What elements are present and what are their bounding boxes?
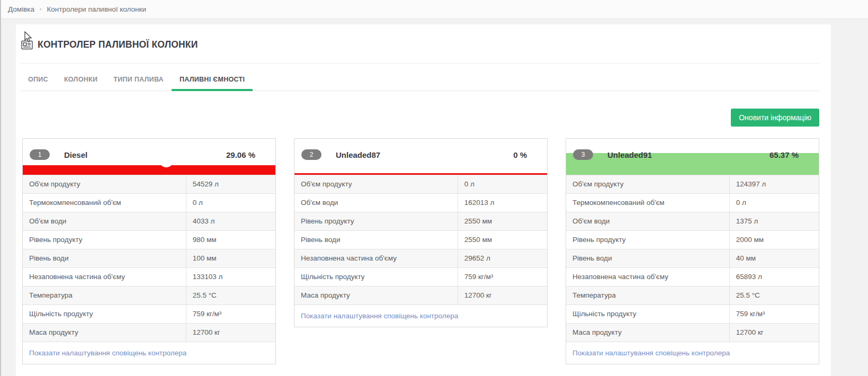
tank-percent: 29.06 % bbox=[226, 150, 255, 159]
tab-fuel-types[interactable]: ТИПИ ПАЛИВА bbox=[105, 69, 172, 91]
tank-number-badge: 3 bbox=[573, 149, 593, 160]
tab-bar: ОПИСКОЛОНКИТИПИ ПАЛИВАПАЛИВНІ ЄМНОСТІ bbox=[20, 69, 819, 91]
row-value: 2550 мм bbox=[458, 212, 547, 230]
tank-name: Unleaded91 bbox=[607, 150, 652, 159]
table-row: Незаповнена частина об'єму 133103 л bbox=[23, 267, 275, 286]
row-label: Маса продукту bbox=[566, 324, 729, 342]
table-row: Щільність продукту 759 кг/м³ bbox=[23, 305, 275, 323]
row-label: Об'єм продукту bbox=[23, 175, 186, 193]
tank-header: 1 Diesel 29.06 % bbox=[23, 139, 275, 175]
tank-header: 3 Unleaded91 65.37 % bbox=[566, 139, 819, 175]
refresh-button[interactable]: Оновити інформацію bbox=[731, 109, 819, 127]
row-value: 100 мм bbox=[186, 249, 275, 267]
show-notifications-link[interactable]: Показати налаштування сповіщень контроле… bbox=[572, 349, 730, 357]
row-label: Об'єм води bbox=[294, 194, 458, 212]
row-label: Щільність продукту bbox=[566, 305, 729, 323]
tank-properties: Об'єм продукту 54529 л Термокомпенсовани… bbox=[23, 175, 275, 342]
tank-name: Diesel bbox=[64, 150, 87, 159]
row-value: 980 мм bbox=[186, 231, 275, 249]
tab-label: КОЛОНКИ bbox=[64, 76, 97, 83]
table-row: Об'єм продукту 0 л bbox=[294, 175, 547, 193]
table-row: Маса продукту 12700 кг bbox=[294, 286, 547, 305]
row-value: 759 кг/м³ bbox=[458, 268, 547, 286]
table-row: Рівень продукту 2000 мм bbox=[566, 230, 819, 249]
row-value: 54529 л bbox=[186, 175, 275, 193]
row-value: 4033 л bbox=[186, 212, 275, 230]
breadcrumb-home[interactable]: Домівка bbox=[8, 5, 34, 13]
tank-header: 2 Unleaded87 0 % bbox=[294, 139, 547, 175]
row-label: Щільність продукту bbox=[294, 268, 458, 286]
row-value: 12700 кг bbox=[729, 324, 819, 342]
row-label: Незаповнена частина об'єму bbox=[294, 249, 458, 267]
table-row: Маса продукту 12700 кг bbox=[23, 323, 275, 342]
row-value: 2550 мм bbox=[458, 231, 547, 249]
tank-properties: Об'єм продукту 0 л Об'єм води 162013 л Р… bbox=[294, 175, 547, 305]
row-label: Щільність продукту bbox=[23, 305, 186, 323]
page-title: КОНТРОЛЕР ПАЛИВНОЇ КОЛОНКИ bbox=[38, 39, 198, 50]
row-value: 25.5 °C bbox=[186, 287, 275, 305]
table-row: Рівень води 100 мм bbox=[23, 249, 275, 267]
tank-card: 2 Unleaded87 0 % Об'єм продукту 0 л Об'є… bbox=[294, 138, 548, 327]
table-row: Рівень продукту 980 мм bbox=[23, 230, 275, 249]
row-label: Температура bbox=[23, 287, 186, 305]
table-row: Щільність продукту 759 кг/м³ bbox=[566, 305, 819, 323]
tank-percent: 0 % bbox=[513, 150, 527, 159]
table-row: Об'єм води 162013 л bbox=[294, 193, 547, 212]
show-notifications-link[interactable]: Показати налаштування сповіщень контроле… bbox=[29, 349, 186, 357]
row-label: Рівень продукту bbox=[23, 231, 186, 249]
tank-link-row: Показати налаштування сповіщень контроле… bbox=[23, 342, 275, 364]
tank-number-badge: 2 bbox=[301, 149, 321, 160]
row-label: Маса продукту bbox=[23, 324, 186, 342]
row-label: Незаповнена частина об'єму bbox=[23, 268, 186, 286]
row-value: 0 л bbox=[729, 194, 819, 212]
row-label: Рівень продукту bbox=[566, 231, 729, 249]
breadcrumb: Домівка • Контролери паливної колонки bbox=[1, 0, 868, 19]
table-row: Рівень води 2550 мм bbox=[294, 230, 547, 249]
row-label: Маса продукту bbox=[294, 287, 458, 305]
row-value: 0 л bbox=[458, 175, 547, 193]
tab-pumps[interactable]: КОЛОНКИ bbox=[56, 69, 105, 91]
table-row: Об'єм продукту 54529 л bbox=[23, 175, 275, 193]
row-label: Рівень води bbox=[294, 231, 458, 249]
row-label: Об'єм продукту bbox=[294, 175, 458, 193]
row-value: 12700 кг bbox=[186, 324, 275, 342]
row-value: 133103 л bbox=[186, 268, 275, 286]
row-value: 65893 л bbox=[729, 268, 819, 286]
row-label: Термокомпенсований об'єм bbox=[23, 194, 186, 212]
row-label: Термокомпенсований об'єм bbox=[566, 194, 729, 212]
row-value: 25.5 °C bbox=[729, 287, 819, 305]
table-row: Термокомпенсований об'єм 0 л bbox=[23, 193, 275, 212]
row-value: 759 кг/м³ bbox=[186, 305, 275, 323]
table-row: Незаповнена частина об'єму 29652 л bbox=[294, 249, 547, 267]
row-label: Рівень продукту bbox=[294, 212, 458, 230]
row-label: Об'єм води bbox=[566, 212, 729, 230]
row-label: Рівень води bbox=[566, 249, 729, 267]
table-row: Об'єм продукту 124397 л bbox=[566, 175, 819, 193]
tank-link-row: Показати налаштування сповіщень контроле… bbox=[566, 342, 819, 364]
tab-description[interactable]: ОПИС bbox=[20, 69, 56, 91]
tank-card: 1 Diesel 29.06 % Об'єм продукту 54529 л … bbox=[22, 138, 276, 364]
row-label: Об'єм води bbox=[23, 212, 186, 230]
row-label: Об'єм продукту bbox=[566, 175, 729, 193]
tank-percent: 65.37 % bbox=[769, 150, 799, 159]
row-value: 0 л bbox=[186, 194, 275, 212]
tab-fuel-tanks[interactable]: ПАЛИВНІ ЄМНОСТІ bbox=[172, 69, 253, 91]
row-label: Незаповнена частина об'єму bbox=[566, 268, 729, 286]
row-value: 1375 л bbox=[729, 212, 819, 230]
mouse-cursor bbox=[24, 31, 32, 43]
table-row: Температура 25.5 °C bbox=[23, 286, 275, 305]
table-row: Температура 25.5 °C bbox=[566, 286, 819, 305]
table-row: Щільність продукту 759 кг/м³ bbox=[294, 267, 547, 286]
table-row: Маса продукту 12700 кг bbox=[566, 323, 819, 342]
row-label: Рівень води bbox=[23, 249, 186, 267]
tank-card: 3 Unleaded91 65.37 % Об'єм продукту 1243… bbox=[566, 138, 819, 364]
table-row: Об'єм води 4033 л bbox=[23, 212, 275, 230]
row-value: 12700 кг bbox=[458, 287, 547, 305]
breadcrumb-current: Контролери паливної колонки bbox=[47, 5, 146, 13]
show-notifications-link[interactable]: Показати налаштування сповіщень контроле… bbox=[301, 312, 458, 320]
breadcrumb-separator-icon: • bbox=[40, 6, 42, 12]
toolbar: Оновити інформацію bbox=[20, 109, 819, 127]
content-panel: КОНТРОЛЕР ПАЛИВНОЇ КОЛОНКИ ОПИСКОЛОНКИТИ… bbox=[16, 24, 831, 376]
row-value: 2000 мм bbox=[729, 231, 819, 249]
table-row: Незаповнена частина об'єму 65893 л bbox=[566, 267, 819, 286]
